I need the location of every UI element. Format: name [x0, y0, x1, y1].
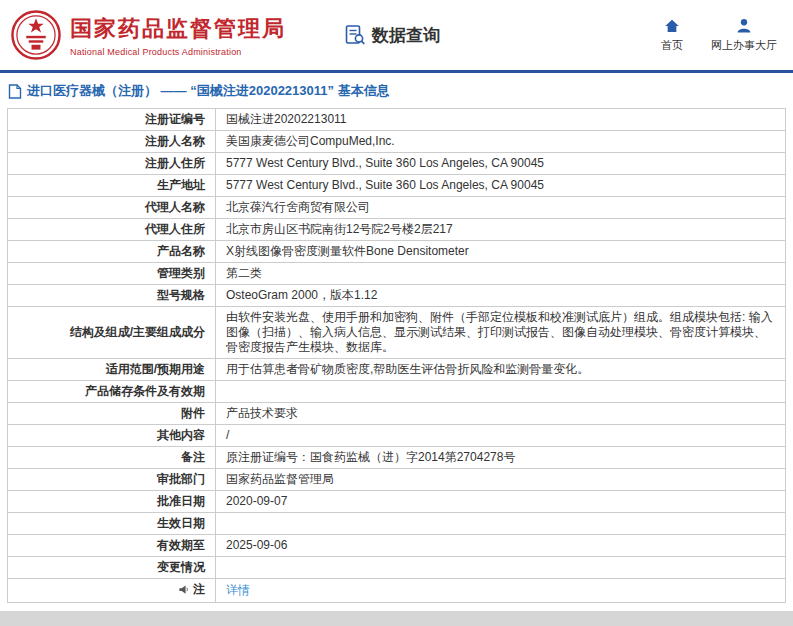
agency-name-en: National Medical Products Administration: [70, 47, 286, 57]
table-row: 变更情况: [8, 557, 786, 579]
row-label: 批准日期: [157, 494, 205, 509]
row-label: 有效期至: [157, 538, 205, 553]
row-label: 代理人名称: [145, 200, 205, 215]
row-value: 5777 West Century Blvd., Suite 360 Los A…: [216, 153, 786, 175]
person-icon: [735, 17, 753, 35]
data-query-label: 数据查询: [372, 24, 440, 47]
row-label: 型号规格: [157, 288, 205, 303]
page-title-bar: 进口医疗器械（注册） —— “国械注进20202213011” 基本信息: [0, 73, 793, 106]
table-row: 注册证编号 国械注进20202213011: [8, 109, 786, 131]
doc-magnifier-icon: [344, 24, 366, 46]
row-label: 备注: [181, 450, 205, 465]
row-value: 5777 West Century Blvd., Suite 360 Los A…: [216, 175, 786, 197]
table-row: 其他内容 /: [8, 425, 786, 447]
table-row: 结构及组成/主要组成成分 由软件安装光盘、使用手册和加密狗、附件（手部定位模板和…: [8, 307, 786, 359]
row-value: 用于估算患者骨矿物质密度,帮助医生评估骨折风险和监测骨量变化。: [216, 359, 786, 381]
nav-home[interactable]: 首页: [661, 17, 683, 53]
table-row: 批准日期 2020-09-07: [8, 491, 786, 513]
row-label: 注册人住所: [145, 156, 205, 171]
table-row: 代理人名称 北京葆汽行舍商贸有限公司: [8, 197, 786, 219]
nav-data-query[interactable]: 数据查询: [344, 24, 440, 47]
row-value: 国械注进20202213011: [216, 109, 786, 131]
row-label: 结构及组成/主要组成成分: [70, 325, 205, 340]
row-value: 详情: [216, 579, 786, 603]
row-value: 第二类: [216, 263, 786, 285]
row-value: [216, 557, 786, 579]
row-value: OsteoGram 2000，版本1.12: [216, 285, 786, 307]
home-icon: [663, 17, 681, 35]
header-nav: 首页 网上办事大厅: [661, 17, 777, 53]
table-row: 附件 产品技术要求: [8, 403, 786, 425]
table-row: 适用范围/预期用途 用于估算患者骨矿物质密度,帮助医生评估骨折风险和监测骨量变化…: [8, 359, 786, 381]
row-value: 北京市房山区书院南街12号院2号楼2层217: [216, 219, 786, 241]
megaphone-icon: [178, 584, 189, 595]
nav-service-hall[interactable]: 网上办事大厅: [711, 17, 777, 53]
page-title: 进口医疗器械（注册） —— “国械注进20202213011” 基本信息: [27, 82, 390, 100]
info-table: 注册证编号 国械注进20202213011 注册人名称 美国康麦德公司Compu…: [7, 108, 786, 603]
nav-home-label: 首页: [661, 38, 683, 53]
row-label: 注: [193, 582, 205, 597]
row-label: 生产地址: [157, 178, 205, 193]
document-icon: [8, 84, 22, 99]
row-label: 附件: [181, 406, 205, 421]
detail-link[interactable]: 详情: [226, 583, 250, 597]
row-value: 2020-09-07: [216, 491, 786, 513]
table-row: 型号规格 OsteoGram 2000，版本1.12: [8, 285, 786, 307]
table-row: 产品储存条件及有效期: [8, 381, 786, 403]
row-label: 生效日期: [157, 516, 205, 531]
row-label: 产品名称: [157, 244, 205, 259]
row-value: [216, 513, 786, 535]
row-label: 代理人住所: [145, 222, 205, 237]
row-value: 由软件安装光盘、使用手册和加密狗、附件（手部定位模板和校准测试底片）组成。组成模…: [216, 307, 786, 359]
row-label: 适用范围/预期用途: [106, 362, 205, 377]
row-label: 管理类别: [157, 266, 205, 281]
footer-bar: [0, 611, 793, 626]
row-label: 注册人名称: [145, 134, 205, 149]
table-row: 生产地址 5777 West Century Blvd., Suite 360 …: [8, 175, 786, 197]
info-table-body: 注册证编号 国械注进20202213011 注册人名称 美国康麦德公司Compu…: [8, 109, 786, 603]
row-label: 变更情况: [157, 560, 205, 575]
row-value: 原注册证编号：国食药监械（进）字2014第2704278号: [216, 447, 786, 469]
row-label: 产品储存条件及有效期: [85, 384, 205, 399]
row-label: 其他内容: [157, 428, 205, 443]
table-row: 注 详情: [8, 579, 786, 603]
table-row: 注册人住所 5777 West Century Blvd., Suite 360…: [8, 153, 786, 175]
table-row: 有效期至 2025-09-06: [8, 535, 786, 557]
agency-title-block: 国家药品监督管理局 National Medical Products Admi…: [70, 14, 286, 57]
table-row: 审批部门 国家药品监督管理局: [8, 469, 786, 491]
row-value: /: [216, 425, 786, 447]
table-row: 注册人名称 美国康麦德公司CompuMed,Inc.: [8, 131, 786, 153]
table-row: 备注 原注册证编号：国食药监械（进）字2014第2704278号: [8, 447, 786, 469]
row-value: 国家药品监督管理局: [216, 469, 786, 491]
table-row: 生效日期: [8, 513, 786, 535]
agency-name-cn: 国家药品监督管理局: [70, 14, 286, 44]
header: 国家药品监督管理局 National Medical Products Admi…: [0, 0, 793, 73]
row-value: X射线图像骨密度测量软件Bone Densitometer: [216, 241, 786, 263]
row-value: 北京葆汽行舍商贸有限公司: [216, 197, 786, 219]
table-row: 产品名称 X射线图像骨密度测量软件Bone Densitometer: [8, 241, 786, 263]
row-value: 2025-09-06: [216, 535, 786, 557]
national-emblem-logo: [10, 9, 62, 61]
table-row: 管理类别 第二类: [8, 263, 786, 285]
row-label: 审批部门: [157, 472, 205, 487]
row-value: 产品技术要求: [216, 403, 786, 425]
row-value: [216, 381, 786, 403]
nav-service-hall-label: 网上办事大厅: [711, 38, 777, 53]
row-value: 美国康麦德公司CompuMed,Inc.: [216, 131, 786, 153]
row-label: 注册证编号: [145, 112, 205, 127]
table-row: 代理人住所 北京市房山区书院南街12号院2号楼2层217: [8, 219, 786, 241]
